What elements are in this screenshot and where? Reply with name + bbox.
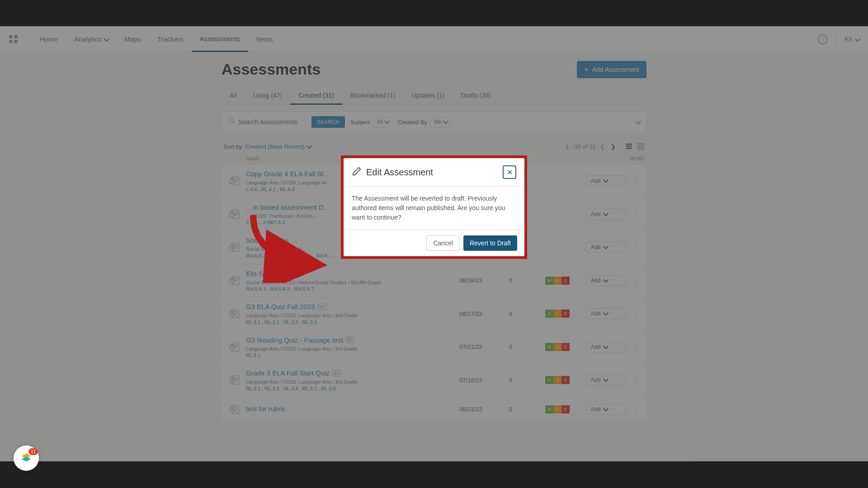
modal-highlight-border: Edit Assessment ✕ The Assessment will be… — [341, 155, 527, 259]
pencil-icon — [352, 166, 362, 178]
close-icon: ✕ — [507, 168, 513, 177]
notification-count-badge: 11 — [28, 448, 38, 455]
revert-to-draft-button[interactable]: Revert to Draft — [463, 235, 517, 251]
modal-overlay[interactable]: Edit Assessment ✕ The Assessment will be… — [0, 0, 868, 488]
modal-footer: Cancel Revert to Draft — [344, 230, 524, 256]
modal-header: Edit Assessment ✕ — [344, 158, 524, 187]
modal-close-button[interactable]: ✕ — [503, 165, 516, 179]
modal-title-text: Edit Assessment — [366, 167, 433, 178]
cancel-button[interactable]: Cancel — [426, 235, 460, 251]
notifications-widget[interactable]: 11 — [14, 446, 39, 471]
edit-assessment-modal: Edit Assessment ✕ The Assessment will be… — [344, 158, 524, 256]
modal-body: The Assessment will be reverted to draft… — [344, 187, 524, 230]
